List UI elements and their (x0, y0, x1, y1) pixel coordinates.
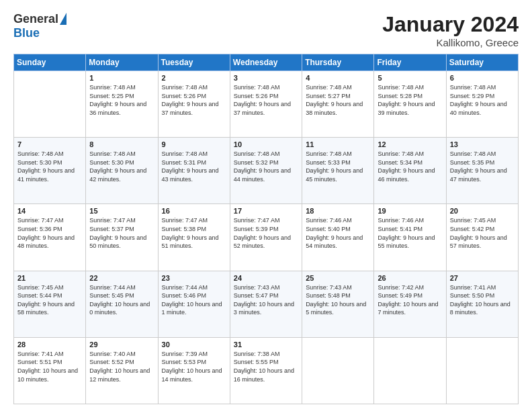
day-info: Sunrise: 7:48 AMSunset: 5:30 PMDaylight:… (89, 150, 154, 183)
day-info: Sunrise: 7:48 AMSunset: 5:26 PMDaylight:… (162, 83, 226, 117)
calendar-table: SundayMondayTuesdayWednesdayThursdayFrid… (13, 54, 519, 404)
calendar-cell: 19Sunrise: 7:46 AMSunset: 5:41 PMDayligh… (374, 204, 446, 271)
calendar-cell (302, 337, 374, 404)
day-number: 20 (450, 207, 515, 215)
day-info: Sunrise: 7:48 AMSunset: 5:28 PMDaylight:… (378, 83, 442, 117)
day-number: 30 (162, 340, 226, 349)
week-row-2: 14Sunrise: 7:47 AMSunset: 5:36 PMDayligh… (14, 204, 519, 271)
day-info: Sunrise: 7:44 AMSunset: 5:46 PMDaylight:… (162, 283, 226, 317)
calendar-cell: 7Sunrise: 7:48 AMSunset: 5:30 PMDaylight… (14, 138, 86, 204)
day-number: 31 (234, 340, 298, 349)
day-number: 9 (162, 140, 226, 148)
day-number: 23 (162, 274, 226, 282)
calendar-cell: 15Sunrise: 7:47 AMSunset: 5:37 PMDayligh… (86, 204, 158, 271)
week-row-4: 28Sunrise: 7:41 AMSunset: 5:51 PMDayligh… (14, 337, 519, 404)
day-number: 13 (450, 140, 515, 148)
day-info: Sunrise: 7:41 AMSunset: 5:51 PMDaylight:… (17, 350, 82, 383)
calendar-cell: 29Sunrise: 7:40 AMSunset: 5:52 PMDayligh… (86, 337, 158, 404)
header-sunday: Sunday (14, 54, 86, 71)
header-saturday: Saturday (446, 54, 518, 71)
day-number: 4 (306, 74, 370, 82)
day-number: 15 (89, 207, 154, 215)
calendar-cell: 17Sunrise: 7:47 AMSunset: 5:39 PMDayligh… (230, 204, 302, 271)
day-number: 17 (234, 207, 298, 215)
logo-text: General (13, 12, 66, 26)
calendar-cell: 25Sunrise: 7:43 AMSunset: 5:48 PMDayligh… (302, 271, 374, 337)
calendar-cell: 1Sunrise: 7:48 AMSunset: 5:25 PMDaylight… (86, 71, 158, 138)
day-number: 14 (17, 207, 82, 215)
day-info: Sunrise: 7:47 AMSunset: 5:36 PMDaylight:… (17, 216, 82, 250)
logo-general: General (13, 12, 58, 26)
day-info: Sunrise: 7:48 AMSunset: 5:34 PMDaylight:… (378, 150, 442, 183)
calendar-cell: 14Sunrise: 7:47 AMSunset: 5:36 PMDayligh… (14, 204, 86, 271)
calendar-cell: 26Sunrise: 7:42 AMSunset: 5:49 PMDayligh… (374, 271, 446, 337)
calendar-cell: 28Sunrise: 7:41 AMSunset: 5:51 PMDayligh… (14, 337, 86, 404)
day-info: Sunrise: 7:46 AMSunset: 5:40 PMDaylight:… (306, 216, 370, 250)
calendar-cell: 6Sunrise: 7:48 AMSunset: 5:29 PMDaylight… (446, 71, 518, 138)
day-info: Sunrise: 7:47 AMSunset: 5:39 PMDaylight:… (234, 216, 298, 250)
calendar-cell: 4Sunrise: 7:48 AMSunset: 5:27 PMDaylight… (302, 71, 374, 138)
page: General Blue January 2024 Kallikomo, Gre… (0, 0, 532, 411)
day-info: Sunrise: 7:45 AMSunset: 5:44 PMDaylight:… (17, 283, 82, 317)
calendar-cell: 3Sunrise: 7:48 AMSunset: 5:26 PMDaylight… (230, 71, 302, 138)
day-number: 29 (89, 340, 154, 349)
logo: General Blue (13, 12, 66, 40)
subtitle: Kallikomo, Greece (382, 37, 519, 48)
day-info: Sunrise: 7:39 AMSunset: 5:53 PMDaylight:… (162, 350, 226, 383)
calendar-cell: 10Sunrise: 7:48 AMSunset: 5:32 PMDayligh… (230, 138, 302, 204)
day-info: Sunrise: 7:48 AMSunset: 5:27 PMDaylight:… (306, 83, 370, 117)
day-info: Sunrise: 7:47 AMSunset: 5:38 PMDaylight:… (162, 216, 226, 250)
day-info: Sunrise: 7:46 AMSunset: 5:41 PMDaylight:… (378, 216, 442, 250)
day-info: Sunrise: 7:48 AMSunset: 5:33 PMDaylight:… (306, 150, 370, 183)
week-row-1: 7Sunrise: 7:48 AMSunset: 5:30 PMDaylight… (14, 138, 519, 204)
day-number: 16 (162, 207, 226, 215)
calendar-cell: 23Sunrise: 7:44 AMSunset: 5:46 PMDayligh… (158, 271, 230, 337)
day-info: Sunrise: 7:48 AMSunset: 5:30 PMDaylight:… (17, 150, 82, 183)
calendar-cell: 18Sunrise: 7:46 AMSunset: 5:40 PMDayligh… (302, 204, 374, 271)
calendar-cell: 31Sunrise: 7:38 AMSunset: 5:55 PMDayligh… (230, 337, 302, 404)
calendar-cell (14, 71, 86, 138)
header-friday: Friday (374, 54, 446, 71)
day-info: Sunrise: 7:42 AMSunset: 5:49 PMDaylight:… (378, 283, 442, 317)
calendar-header-row: SundayMondayTuesdayWednesdayThursdayFrid… (14, 54, 519, 71)
day-info: Sunrise: 7:43 AMSunset: 5:48 PMDaylight:… (306, 283, 370, 317)
header-tuesday: Tuesday (158, 54, 230, 71)
week-row-3: 21Sunrise: 7:45 AMSunset: 5:44 PMDayligh… (14, 271, 519, 337)
calendar-cell: 13Sunrise: 7:48 AMSunset: 5:35 PMDayligh… (446, 138, 518, 204)
calendar-cell: 22Sunrise: 7:44 AMSunset: 5:45 PMDayligh… (86, 271, 158, 337)
day-info: Sunrise: 7:41 AMSunset: 5:50 PMDaylight:… (450, 283, 515, 317)
day-info: Sunrise: 7:48 AMSunset: 5:31 PMDaylight:… (162, 150, 226, 183)
calendar-cell: 9Sunrise: 7:48 AMSunset: 5:31 PMDaylight… (158, 138, 230, 204)
header-monday: Monday (86, 54, 158, 71)
calendar-cell: 21Sunrise: 7:45 AMSunset: 5:44 PMDayligh… (14, 271, 86, 337)
day-number: 28 (17, 340, 82, 349)
day-number: 6 (450, 74, 515, 82)
day-number: 21 (17, 274, 82, 282)
day-number: 22 (89, 274, 154, 282)
logo-triangle-icon (60, 13, 66, 25)
day-number: 5 (378, 74, 442, 82)
day-info: Sunrise: 7:44 AMSunset: 5:45 PMDaylight:… (89, 283, 154, 317)
day-info: Sunrise: 7:43 AMSunset: 5:47 PMDaylight:… (234, 283, 298, 317)
day-number: 11 (306, 140, 370, 148)
day-info: Sunrise: 7:48 AMSunset: 5:32 PMDaylight:… (234, 150, 298, 183)
day-number: 10 (234, 140, 298, 148)
header-thursday: Thursday (302, 54, 374, 71)
week-row-0: 1Sunrise: 7:48 AMSunset: 5:25 PMDaylight… (14, 71, 519, 138)
calendar-cell: 5Sunrise: 7:48 AMSunset: 5:28 PMDaylight… (374, 71, 446, 138)
day-info: Sunrise: 7:47 AMSunset: 5:37 PMDaylight:… (89, 216, 154, 250)
day-info: Sunrise: 7:45 AMSunset: 5:42 PMDaylight:… (450, 216, 515, 250)
calendar-cell: 27Sunrise: 7:41 AMSunset: 5:50 PMDayligh… (446, 271, 518, 337)
header-wednesday: Wednesday (230, 54, 302, 71)
calendar-cell: 11Sunrise: 7:48 AMSunset: 5:33 PMDayligh… (302, 138, 374, 204)
day-info: Sunrise: 7:48 AMSunset: 5:35 PMDaylight:… (450, 150, 515, 183)
calendar-cell: 30Sunrise: 7:39 AMSunset: 5:53 PMDayligh… (158, 337, 230, 404)
day-number: 26 (378, 274, 442, 282)
header: General Blue January 2024 Kallikomo, Gre… (13, 12, 519, 48)
day-info: Sunrise: 7:40 AMSunset: 5:52 PMDaylight:… (89, 350, 154, 383)
day-number: 18 (306, 207, 370, 215)
calendar-cell (374, 337, 446, 404)
logo-blue: Blue (13, 26, 40, 40)
day-info: Sunrise: 7:48 AMSunset: 5:29 PMDaylight:… (450, 83, 515, 117)
day-number: 25 (306, 274, 370, 282)
